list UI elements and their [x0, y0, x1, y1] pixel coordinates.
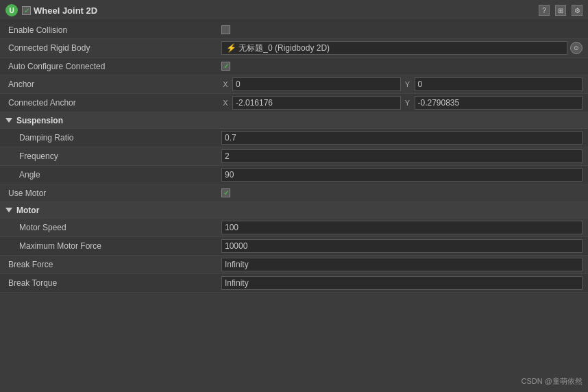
frequency-input[interactable]: [221, 149, 583, 163]
auto-configure-connected-checkbox[interactable]: [221, 62, 230, 71]
component-enabled-checkbox[interactable]: [22, 6, 31, 15]
motor-speed-input[interactable]: [221, 221, 583, 234]
break-torque-label: Break Torque: [5, 278, 221, 288]
use-motor-row: Use Motor: [0, 184, 588, 202]
frequency-label: Frequency: [5, 151, 221, 161]
damping-ratio-label: Damping Ratio: [5, 133, 221, 143]
enable-collision-value: [221, 25, 583, 34]
break-force-label: Break Force: [5, 260, 221, 269]
enable-collision-row: Enable Collision: [0, 21, 588, 39]
enable-collision-checkbox[interactable]: [221, 25, 230, 34]
maximum-motor-force-input[interactable]: [221, 239, 583, 253]
connected-anchor-x-input[interactable]: [232, 96, 401, 110]
wheel-joint-2d-panel: U Wheel Joint 2D ? ⊞ ⚙ Enable Collision …: [0, 0, 588, 293]
connected-anchor-label: Connected Anchor: [5, 98, 221, 108]
motor-speed-value: [221, 221, 583, 234]
anchor-label: Anchor: [5, 79, 221, 89]
motor-speed-row: Motor Speed: [0, 219, 588, 237]
connected-anchor-row: Connected Anchor X Y: [0, 94, 588, 112]
break-torque-value: [221, 276, 583, 290]
connected-rigid-body-input[interactable]: [221, 41, 567, 55]
rigidbody-field: ⊙: [221, 41, 583, 55]
break-force-row: Break Force: [0, 256, 588, 274]
maximum-motor-force-label: Maximum Motor Force: [5, 241, 221, 251]
auto-configure-connected-label: Auto Configure Connected: [5, 62, 221, 71]
anchor-y-input[interactable]: [415, 77, 583, 91]
watermark: CSDN @童萌依然: [522, 376, 583, 387]
maximum-motor-force-row: Maximum Motor Force: [0, 237, 588, 256]
connected-anchor-value: X Y: [221, 96, 583, 110]
header-right: ? ⊞ ⚙: [539, 5, 583, 16]
connected-anchor-y-input[interactable]: [415, 96, 583, 110]
auto-configure-connected-value: [221, 62, 583, 71]
motor-section-label: Motor: [16, 206, 39, 215]
motor-collapse-icon[interactable]: [5, 208, 12, 212]
suspension-collapse-icon[interactable]: [5, 118, 12, 123]
use-motor-label: Use Motor: [5, 188, 221, 198]
component-title: Wheel Joint 2D: [22, 5, 97, 16]
angle-input[interactable]: [221, 168, 583, 182]
break-torque-row: Break Torque: [0, 274, 588, 293]
angle-row: Angle: [0, 166, 588, 184]
connected-anchor-x-label: X: [221, 99, 230, 107]
settings-icon[interactable]: ⚙: [572, 5, 583, 16]
motor-speed-label: Motor Speed: [5, 223, 221, 232]
connected-rigid-body-row: Connected Rigid Body ⊙: [0, 39, 588, 58]
rigidbody-picker-button[interactable]: ⊙: [570, 42, 583, 54]
frequency-value: [221, 149, 583, 163]
panel-header: U Wheel Joint 2D ? ⊞ ⚙: [0, 0, 588, 21]
connected-anchor-y-label: Y: [404, 99, 412, 107]
angle-value: [221, 168, 583, 182]
break-torque-input[interactable]: [221, 276, 583, 290]
connected-rigid-body-label: Connected Rigid Body: [5, 43, 221, 53]
anchor-y-label: Y: [404, 80, 412, 88]
anchor-row: Anchor X Y: [0, 75, 588, 94]
angle-label: Angle: [5, 170, 221, 180]
unity-logo-icon: U: [5, 4, 18, 16]
header-left: U Wheel Joint 2D: [5, 4, 97, 16]
anchor-x-input[interactable]: [232, 77, 401, 91]
suspension-section-label: Suspension: [16, 116, 63, 125]
frequency-row: Frequency: [0, 147, 588, 166]
suspension-section-header[interactable]: Suspension: [0, 112, 588, 129]
use-motor-value: [221, 188, 583, 197]
auto-configure-connected-row: Auto Configure Connected: [0, 58, 588, 75]
anchor-x-label: X: [221, 80, 230, 88]
layout-icon[interactable]: ⊞: [555, 5, 566, 16]
damping-ratio-value: [221, 131, 583, 145]
help-icon[interactable]: ?: [539, 5, 550, 16]
connected-rigid-body-value: ⊙: [221, 41, 583, 55]
anchor-value: X Y: [221, 77, 583, 91]
enable-collision-label: Enable Collision: [5, 25, 221, 35]
component-title-text: Wheel Joint 2D: [34, 5, 97, 16]
damping-ratio-input[interactable]: [221, 131, 583, 145]
use-motor-checkbox[interactable]: [221, 188, 230, 197]
break-force-value: [221, 258, 583, 271]
break-force-input[interactable]: [221, 258, 583, 271]
motor-section-header[interactable]: Motor: [0, 202, 588, 219]
damping-ratio-row: Damping Ratio: [0, 129, 588, 147]
maximum-motor-force-value: [221, 239, 583, 253]
